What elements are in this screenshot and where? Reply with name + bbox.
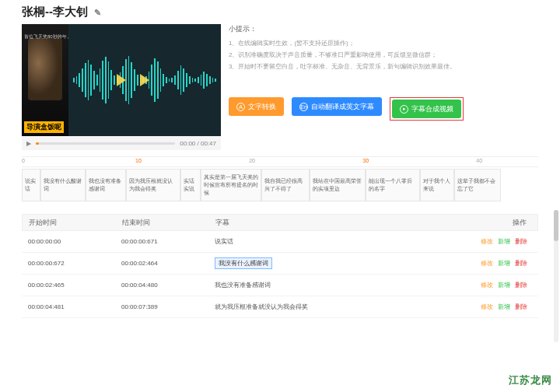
tip-item: 2、识别准确度取决于声音质量，不够准日严重影响使用，可反馈至微信群； bbox=[229, 49, 538, 61]
cell-end: 00:00:04:480 bbox=[121, 282, 215, 289]
subtitle-input[interactable]: 我没有什么感谢词 bbox=[215, 257, 272, 269]
edit-title-icon[interactable]: ✎ bbox=[94, 8, 101, 17]
time-display: 00:00 / 00:47 bbox=[180, 140, 216, 147]
ruler-tick: 10 bbox=[135, 158, 142, 163]
segment[interactable]: 我没有什么酸谢词 bbox=[40, 169, 86, 201]
tips-label: 小提示： bbox=[229, 24, 538, 34]
ruler-tick: 30 bbox=[362, 158, 369, 163]
translate-button[interactable]: En 自动翻译成英文字幕 bbox=[292, 97, 382, 116]
play-small-icon[interactable]: ▶ bbox=[26, 140, 31, 147]
progress-bar[interactable]: ▶ 00:00 / 00:47 bbox=[22, 136, 221, 150]
del-link[interactable]: 删除 bbox=[515, 238, 527, 245]
tip-item: 3、开始时不要留空白音，吐字标准、无杂音、无背景乐，新句编辑识别效果最佳。 bbox=[229, 61, 538, 72]
subtitle-table-header: 开始时间 结束时间 字幕 操作 bbox=[22, 214, 538, 231]
cell-ops: 修改新增删除 bbox=[446, 303, 532, 311]
play-icon[interactable] bbox=[140, 74, 149, 86]
ruler-tick: 40 bbox=[476, 158, 482, 163]
del-link[interactable]: 删除 bbox=[515, 260, 527, 267]
subtitle-table-body: 00:00:00:0000:00:00:671说实话修改新增删除00:00:00… bbox=[22, 231, 538, 318]
cell-start: 00:00:04:481 bbox=[28, 303, 121, 310]
video-overlay-caption: 导演盒饭呢 bbox=[24, 121, 64, 133]
col-ops: 操作 bbox=[446, 218, 531, 228]
waveform bbox=[68, 24, 221, 136]
cell-end: 00:00:02:464 bbox=[121, 260, 215, 267]
add-link[interactable]: 新增 bbox=[498, 282, 510, 289]
timeline-ruler[interactable]: 0 10 20 30 40 bbox=[22, 156, 538, 167]
segment[interactable]: 其实是第一届飞天奖的时候宣布所有提名的时候 bbox=[201, 169, 261, 201]
segment[interactable]: 对于我个人来说 bbox=[420, 169, 454, 201]
col-start: 开始时间 bbox=[29, 218, 122, 228]
compose-highlight-box: ▸ 字幕合成视频 bbox=[390, 97, 464, 121]
segment[interactable]: 能出现一个八零后的名字 bbox=[366, 169, 420, 201]
title-text: 张桐--李大钊 bbox=[22, 5, 88, 18]
segment-track[interactable]: 说实话我没有什么酸谢词我也没有准备感谢词因为我压根就没认为我会得奖实话实说其实是… bbox=[22, 169, 538, 201]
col-subtitle: 字幕 bbox=[215, 218, 446, 228]
segment[interactable]: 我也没有准备感谢词 bbox=[86, 169, 126, 201]
cell-subtitle[interactable]: 就为我压根准备就没认为我会得奖 bbox=[215, 303, 446, 311]
edit-link[interactable]: 修改 bbox=[481, 282, 493, 289]
translate-icon: En bbox=[299, 103, 308, 111]
add-link[interactable]: 新增 bbox=[498, 260, 510, 267]
cell-start: 00:00:02:465 bbox=[28, 282, 121, 289]
table-row: 00:00:00:0000:00:00:671说实话修改新增删除 bbox=[22, 231, 538, 253]
edit-link[interactable]: 修改 bbox=[481, 303, 493, 310]
segment[interactable]: 我自我已经很高兴了不得了 bbox=[261, 169, 310, 201]
button-label: 字幕合成视频 bbox=[411, 104, 453, 114]
segment[interactable]: 实话实说 bbox=[180, 169, 201, 201]
cell-subtitle[interactable]: 我没有什么感谢词 bbox=[215, 259, 446, 268]
table-row: 00:00:00:67200:00:02:464我没有什么感谢词修改新增删除 bbox=[22, 253, 538, 275]
cell-subtitle[interactable]: 我也没有准备感谢词 bbox=[215, 281, 446, 289]
play-icon[interactable] bbox=[117, 74, 126, 86]
table-row: 00:00:04:48100:00:07:389就为我压根准备就没认为我会得奖修… bbox=[22, 296, 538, 318]
table-row: 00:00:02:46500:00:04:480我也没有准备感谢词修改新增删除 bbox=[22, 275, 538, 296]
add-link[interactable]: 新增 bbox=[498, 303, 510, 310]
ruler-tick: 0 bbox=[22, 158, 25, 163]
cell-end: 00:00:00:671 bbox=[121, 238, 215, 245]
compose-button[interactable]: ▸ 字幕合成视频 bbox=[392, 100, 461, 118]
ruler-tick: 20 bbox=[249, 158, 255, 163]
tip-item: 1、在线编辑实时生效，(暂不支持还原操作)； bbox=[229, 37, 538, 49]
progress-track[interactable] bbox=[36, 142, 175, 145]
edit-link[interactable]: 修改 bbox=[481, 238, 493, 245]
cell-ops: 修改新增删除 bbox=[446, 259, 532, 268]
button-label: 自动翻译成英文字幕 bbox=[311, 102, 374, 112]
col-end: 结束时间 bbox=[122, 218, 215, 228]
cell-subtitle[interactable]: 说实话 bbox=[215, 237, 446, 246]
edit-link[interactable]: 修改 bbox=[481, 260, 493, 267]
cell-start: 00:00:00:672 bbox=[28, 260, 121, 267]
add-link[interactable]: 新增 bbox=[498, 238, 510, 245]
watermark: 江苏龙网 bbox=[509, 373, 552, 387]
tips-list: 1、在线编辑实时生效，(暂不支持还原操作)； 2、识别准确度取决于声音质量，不够… bbox=[229, 37, 538, 72]
transcribe-icon: A bbox=[236, 103, 245, 111]
video-canvas[interactable]: 首位飞天奖80秒跨年 真正的演员可以驾驭任何角色 导演盒饭呢 bbox=[22, 24, 221, 136]
compose-icon: ▸ bbox=[400, 105, 408, 114]
cell-end: 00:00:07:389 bbox=[121, 303, 215, 310]
del-link[interactable]: 删除 bbox=[515, 282, 527, 289]
segment[interactable]: 说实话 bbox=[22, 169, 40, 201]
scrollbar[interactable] bbox=[554, 210, 558, 342]
video-player: 首位飞天奖80秒跨年 真正的演员可以驾驭任何角色 导演盒饭呢 ▶ 00:00 /… bbox=[22, 24, 221, 150]
page-title: 张桐--李大钊 ✎ bbox=[22, 5, 538, 19]
segment[interactable]: 这辈子我都不会忘了它 bbox=[454, 169, 501, 201]
button-label: 文字转换 bbox=[248, 102, 276, 112]
cell-ops: 修改新增删除 bbox=[446, 237, 532, 246]
cell-start: 00:00:00:00 bbox=[28, 238, 121, 245]
transcribe-button[interactable]: A 文字转换 bbox=[229, 97, 284, 116]
cell-ops: 修改新增删除 bbox=[446, 281, 532, 289]
del-link[interactable]: 删除 bbox=[515, 303, 527, 310]
segment[interactable]: 因为我压根就没认为我会得奖 bbox=[126, 169, 180, 201]
segment[interactable]: 我站在中国最高荣誉的实项里边 bbox=[310, 169, 366, 201]
